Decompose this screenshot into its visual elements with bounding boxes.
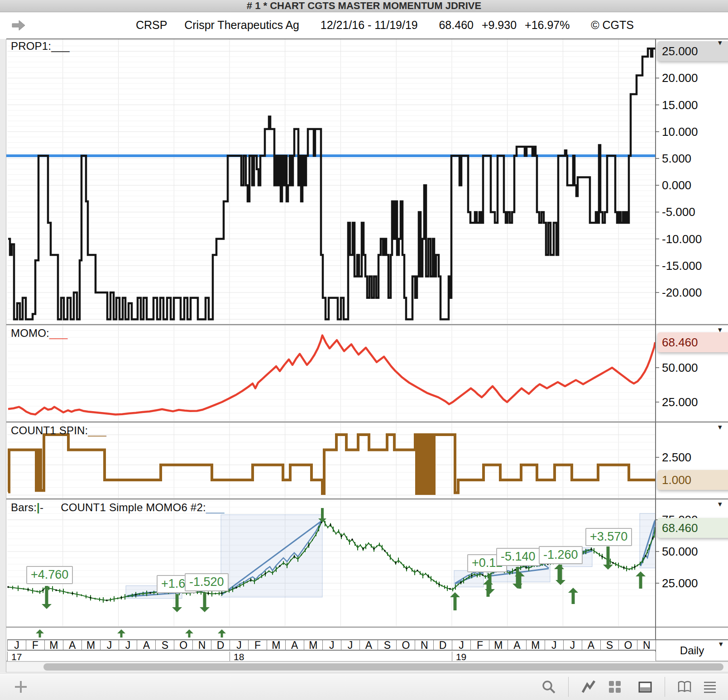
x-axis-month-label: M	[489, 640, 508, 650]
panel-label-prop1: PROP1:___	[11, 40, 70, 53]
panel-label-bars: Bars:|-COUNT1 Simple MOMO6 #2:___	[11, 501, 224, 514]
x-axis-month-label: O	[174, 640, 192, 650]
interval-label: Daily	[680, 644, 704, 657]
x-axis-years: 171819	[7, 652, 656, 661]
bottom-toolbar	[0, 673, 728, 700]
x-axis-months: JFMAMJJASONDJFMAMJJASONDJFMAMJJASON	[7, 639, 656, 651]
x-axis-month-label: A	[137, 640, 155, 650]
y-axis-label: 5.000	[662, 151, 725, 166]
signal-annotation: +4.760	[26, 566, 73, 584]
x-axis-month-label: F	[26, 640, 44, 650]
axis-dropdown-caret[interactable]: ▾	[718, 40, 722, 46]
y-axis-label: 15.000	[662, 97, 725, 113]
y-axis-label: -10.000	[662, 231, 725, 247]
prop1-title: PROP1:	[11, 40, 51, 52]
grid-view-icon[interactable]	[608, 680, 622, 694]
x-axis-month-label: J	[7, 640, 26, 650]
y-axis-current-value: 68.460	[657, 518, 728, 538]
x-axis-month-label: M	[267, 640, 285, 650]
x-axis-month-label: J	[341, 640, 359, 650]
signal-annotation: -1.520	[185, 573, 229, 591]
signal-annotation: +3.570	[585, 528, 632, 546]
momo6-blank: ___	[206, 501, 225, 513]
y-axis-label: 20.000	[662, 70, 725, 86]
axis-dropdown-caret[interactable]: ▾	[719, 641, 723, 647]
axis-dropdown-caret[interactable]: ▾	[718, 501, 722, 508]
x-axis-month-label: N	[637, 640, 656, 650]
x-axis-month-label: S	[600, 640, 619, 650]
y-axis-label: 50.000	[662, 544, 725, 559]
x-axis-month-label: O	[396, 640, 415, 650]
x-axis-month-label: M	[526, 640, 545, 650]
x-axis-month-label: A	[508, 640, 526, 650]
spin-blank: ___	[88, 424, 106, 436]
search-icon[interactable]	[541, 680, 556, 694]
add-icon[interactable]	[14, 680, 28, 694]
x-axis-month-label: J	[563, 640, 582, 650]
toolbar-divider	[665, 677, 665, 697]
x-axis-month-label: M	[44, 640, 63, 650]
y-axis-label: 25.000	[662, 575, 725, 591]
axis-dropdown-caret[interactable]: ▾	[718, 327, 722, 333]
momo-blank: ___	[49, 327, 68, 339]
panel-label-momo: MOMO:___	[11, 327, 68, 340]
x-axis-month-label: M	[81, 640, 100, 650]
y-axis-current-value: 25.000	[657, 41, 728, 61]
x-axis-month-label: J	[452, 640, 470, 650]
y-axis-label: 25.000	[662, 394, 725, 410]
toolbar-divider	[568, 677, 569, 697]
x-axis-year-label: 19	[452, 652, 656, 661]
axis-dropdown-caret[interactable]: ▾	[718, 424, 722, 431]
x-axis-month-label: N	[415, 640, 433, 650]
x-axis-year-label: 17	[7, 652, 230, 661]
bars-style-dash-icon: -	[40, 501, 43, 513]
momo6-title: COUNT1 Simple MOMO6 #2:	[61, 501, 206, 513]
trend-line-icon[interactable]	[581, 680, 596, 694]
book-icon[interactable]	[677, 680, 692, 694]
x-axis-month-label: A	[582, 640, 600, 650]
x-axis-month-label: A	[359, 640, 378, 650]
momo-title: MOMO:	[11, 327, 49, 339]
x-axis-month-label: D	[211, 640, 230, 650]
x-axis-month-label: J	[230, 640, 248, 650]
x-axis-month-label: A	[63, 640, 81, 650]
panel-layout-icon[interactable]	[638, 680, 652, 694]
x-axis-month-label: J	[119, 640, 137, 650]
prop1-blank: ___	[51, 40, 70, 52]
y-axis-current-value: 1.000	[657, 470, 728, 490]
y-axis-label: -15.000	[662, 258, 725, 273]
y-axis-label: 0.000	[662, 177, 725, 193]
x-axis-month-label: D	[433, 640, 452, 650]
x-axis-month-label: J	[545, 640, 563, 650]
x-axis-month-label: S	[155, 640, 174, 650]
y-axis-label: -20.000	[662, 285, 725, 300]
y-axis-label: 10.000	[662, 124, 725, 139]
y-axis-label: -5.000	[662, 204, 725, 220]
interval-selector[interactable]: Daily	[656, 639, 728, 661]
list-icon[interactable]	[703, 680, 717, 694]
x-axis-year-label: 18	[230, 652, 452, 661]
chart-canvas	[0, 0, 728, 700]
y-axis-label: 50.000	[662, 360, 725, 375]
panel-label-spin: COUNT1 SPIN:___	[11, 424, 106, 437]
scrollbar-thumb[interactable]	[43, 663, 723, 671]
signal-annotation: -5.140	[496, 548, 540, 566]
x-axis-month-label: S	[378, 640, 396, 650]
x-axis-month-label: F	[248, 640, 267, 650]
x-axis-month-label: A	[285, 640, 304, 650]
bars-title: Bars:	[11, 501, 37, 513]
y-axis-label: 2.500	[662, 450, 725, 465]
horizontal-scrollbar[interactable]	[6, 662, 728, 672]
y-axis-current-value: 68.460	[657, 332, 728, 352]
x-axis-month-label: J	[100, 640, 119, 650]
x-axis-month-label: O	[618, 640, 637, 650]
x-axis-month-label: J	[322, 640, 341, 650]
x-axis-month-label: F	[470, 640, 489, 650]
spin-title: COUNT1 SPIN:	[11, 424, 88, 436]
chart-window: # 1 * CHART CGTS MASTER MOMENTUM JDRIVE …	[0, 0, 728, 700]
x-axis-month-label: M	[304, 640, 322, 650]
signal-annotation: -1.260	[539, 546, 583, 564]
bars-style-bar-icon: |	[37, 501, 40, 513]
x-axis-month-label: N	[192, 640, 211, 650]
